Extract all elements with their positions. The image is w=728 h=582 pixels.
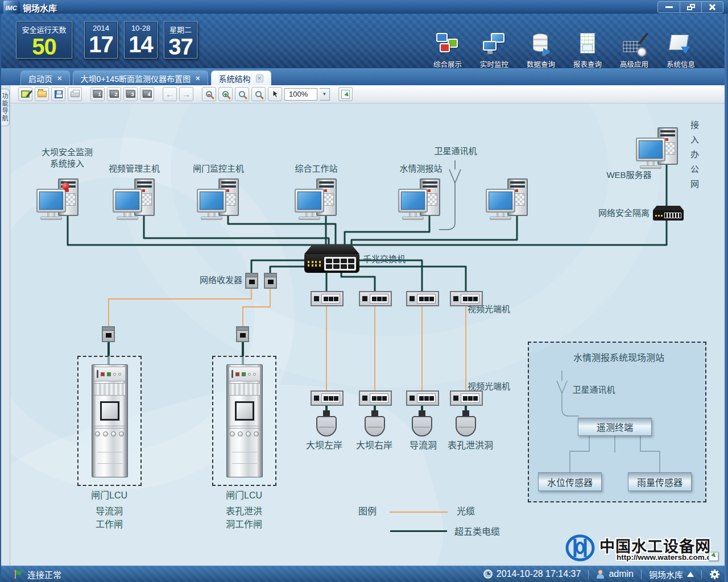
tab-close-icon[interactable]: × bbox=[256, 74, 263, 82]
menu-item-dashboard[interactable]: 综合展示 bbox=[429, 32, 466, 69]
minimize-button[interactable] bbox=[658, 2, 680, 13]
water-level-sensor: 水位传感器 bbox=[538, 472, 602, 491]
pc-workstation bbox=[295, 178, 338, 223]
optical-terminal bbox=[311, 390, 344, 406]
fiber-b2-t2 bbox=[243, 289, 270, 326]
tab-system-structure[interactable]: 系统结构 × bbox=[211, 70, 271, 85]
camera-label-2: 大坝右岸 bbox=[349, 440, 400, 451]
app-window: IMC 铜场水库 安全运行天数 50 2014 17 10-28 14 星期二 … bbox=[0, 0, 728, 582]
main-menu: 综合展示 实时监控 数据查询 报表查询 bbox=[429, 32, 700, 69]
statusbar-separator bbox=[641, 569, 642, 579]
screen-3-icon: 3 bbox=[126, 90, 135, 98]
restore-button[interactable] bbox=[680, 2, 701, 13]
zoom-in-button[interactable] bbox=[218, 87, 233, 101]
counter-value: 17 bbox=[85, 32, 117, 56]
back-button[interactable]: ← bbox=[163, 87, 177, 101]
optical-terminal bbox=[359, 291, 392, 306]
pc-dam-monitor bbox=[36, 178, 80, 223]
user-group[interactable]: admin bbox=[596, 569, 634, 579]
menu-item-dataquery[interactable]: 数据查询 bbox=[522, 32, 560, 69]
connection-label: 连接正常 bbox=[27, 568, 61, 580]
camera-label-1: 大坝左岸 bbox=[299, 440, 350, 451]
settings-gear-icon[interactable] bbox=[709, 569, 720, 580]
alert-balloon-icon bbox=[62, 182, 69, 190]
tab-dam-section[interactable]: 大坝0+145断面监测仪器布置图 × bbox=[73, 70, 208, 85]
sysinfo-icon bbox=[668, 32, 693, 57]
tab-close-icon[interactable]: × bbox=[57, 75, 62, 82]
export-button[interactable] bbox=[338, 87, 353, 101]
cabinet-1-title: 闸门LCU bbox=[75, 489, 143, 502]
statusbar-separator bbox=[701, 569, 702, 579]
legend-cable-label: 超五类电缆 bbox=[454, 526, 517, 538]
print-button[interactable] bbox=[68, 87, 82, 101]
title-bar: IMC 铜场水库 bbox=[0, 0, 728, 14]
menu-item-advanced[interactable]: 高级应用 bbox=[615, 32, 653, 69]
screen-3-button[interactable]: 3 bbox=[123, 87, 138, 101]
actual-size-button[interactable] bbox=[251, 87, 266, 101]
menu-item-sysinfo[interactable]: 系统信息 bbox=[662, 32, 700, 69]
close-button[interactable] bbox=[701, 2, 723, 13]
label-office-net: 接入办公网 bbox=[688, 120, 700, 217]
optical-terminal bbox=[311, 291, 344, 306]
edit-image-button[interactable] bbox=[18, 87, 32, 101]
window-title: 铜场水库 bbox=[23, 2, 57, 14]
lcu-cabinet bbox=[92, 364, 128, 477]
menu-item-realtime[interactable]: 实时监控 bbox=[475, 32, 513, 69]
save-button[interactable] bbox=[51, 87, 65, 101]
zoom-out-button[interactable] bbox=[202, 87, 216, 101]
pc-monitor bbox=[36, 189, 66, 213]
pc-web-server bbox=[636, 127, 679, 172]
date-counter: 10-28 14 bbox=[124, 21, 158, 59]
zoom-level-input[interactable]: 100% bbox=[284, 88, 317, 101]
screen-2-icon: 2 bbox=[110, 90, 119, 98]
transceiver-2 bbox=[264, 273, 277, 289]
optical-terminal bbox=[406, 291, 439, 306]
folder-icon bbox=[38, 91, 47, 97]
label-satellite: 卫星通讯机 bbox=[428, 146, 483, 157]
window-controls bbox=[657, 1, 723, 13]
transceiver-3 bbox=[102, 326, 115, 342]
clock-icon bbox=[483, 569, 493, 579]
rain-gauge-sensor: 雨量传感器 bbox=[628, 472, 692, 491]
tab-close-icon[interactable]: × bbox=[196, 75, 200, 82]
label-transceiver: 网络收发器 bbox=[188, 275, 242, 286]
open-button[interactable] bbox=[35, 87, 49, 101]
statusbar-separator bbox=[588, 569, 589, 579]
window-edge bbox=[725, 14, 728, 582]
counter-value: 37 bbox=[164, 35, 197, 59]
screen-1-button[interactable]: 1 bbox=[90, 87, 105, 101]
user-icon bbox=[596, 570, 605, 579]
cable-t4 bbox=[357, 267, 466, 291]
optical-terminal bbox=[450, 291, 483, 306]
status-bar: 连接正常 2014-10-28 17:14:37 admin 铜场水库 bbox=[0, 566, 728, 582]
optical-terminal bbox=[406, 390, 439, 406]
forward-button[interactable]: → bbox=[179, 87, 193, 101]
screen-2-button[interactable]: 2 bbox=[107, 87, 121, 101]
actual-size-icon bbox=[255, 91, 262, 97]
legend-title: 图例 bbox=[348, 506, 387, 517]
menu-item-reports[interactable]: 报表查询 bbox=[569, 32, 606, 69]
pc-video-host bbox=[113, 178, 156, 223]
cabinet-2-sub: 表孔泄洪 洞工作闸 bbox=[210, 505, 278, 531]
counter-label: 10-28 bbox=[125, 24, 157, 32]
counter-value: 50 bbox=[16, 35, 72, 59]
station-satellite-label: 卫星通讯机 bbox=[566, 384, 621, 396]
pc-hydro-station bbox=[398, 178, 441, 223]
select-cursor-button[interactable] bbox=[268, 87, 282, 101]
tab-start-page[interactable]: 启动页 × bbox=[20, 70, 70, 85]
legend-fiber-line bbox=[390, 512, 448, 513]
tab-bar: 启动页 × 大坝0+145断面监测仪器布置图 × 系统结构 × bbox=[0, 68, 728, 85]
screen-4-button[interactable]: 4 bbox=[140, 87, 154, 101]
year-counter: 2014 17 bbox=[84, 21, 118, 59]
zoom-window-button[interactable] bbox=[235, 87, 249, 101]
zoom-dropdown-button[interactable]: ▼ bbox=[320, 88, 330, 101]
zoom-out-icon bbox=[206, 91, 212, 97]
canvas-export-icon[interactable] bbox=[709, 552, 718, 561]
label-hydro-station: 水情测报站 bbox=[387, 163, 455, 174]
weekday-counter: 星期二 37 bbox=[164, 21, 197, 59]
label-workstation: 综合工作站 bbox=[282, 163, 350, 174]
site-selector[interactable]: 铜场水库 bbox=[649, 568, 694, 580]
cabinet-1-sub: 导流洞 工作闸 bbox=[75, 505, 143, 531]
function-nav-tab[interactable]: 功能导航 bbox=[0, 89, 10, 126]
toolbar: 1 2 3 4 ← → 100% ▼ bbox=[10, 85, 728, 103]
